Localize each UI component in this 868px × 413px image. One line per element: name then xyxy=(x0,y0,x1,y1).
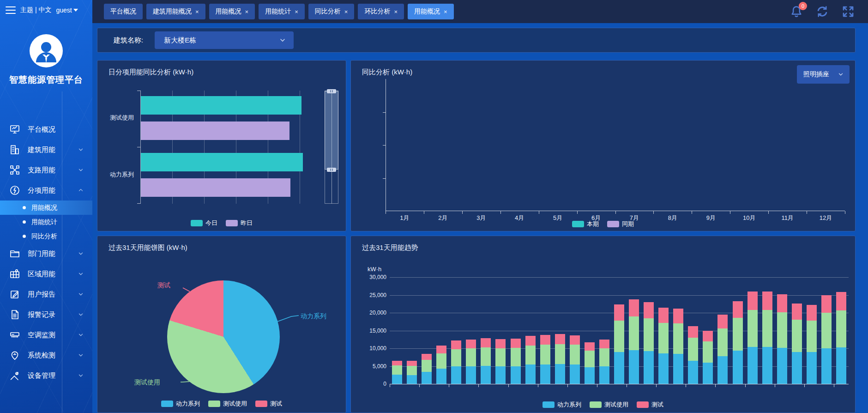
bar-segment-动力系列 xyxy=(658,353,669,384)
tab-环比分析[interactable]: 环比分析× xyxy=(358,4,404,19)
close-icon[interactable]: × xyxy=(444,8,447,15)
stacked-bar-6-12 xyxy=(392,361,402,384)
close-icon[interactable]: × xyxy=(195,8,199,15)
bar-segment-动力系列 xyxy=(451,366,461,384)
refresh-icon[interactable] xyxy=(815,5,829,18)
bar-segment-动力系列 xyxy=(436,369,446,384)
legend-label: 本期 xyxy=(587,220,599,228)
sidebar-item-label: 建筑用能 xyxy=(28,146,78,154)
tab-用能概况[interactable]: 用能概况× xyxy=(408,4,454,19)
panel-pie: 过去31天用能饼图 (kW·h) 测试动力系列测试使用 动力系列测试使用测试 xyxy=(97,236,346,413)
legend-item-测试使用[interactable]: 测试使用 xyxy=(208,400,247,408)
panel-title: 过去31天用能饼图 (kW·h) xyxy=(108,243,187,252)
user-menu[interactable]: guest xyxy=(56,6,78,14)
close-icon[interactable]: × xyxy=(245,8,249,15)
sidebar-item-空调监测[interactable]: 空调监测 xyxy=(0,325,92,345)
legend-item-测试[interactable]: 测试 xyxy=(255,400,282,408)
legend-swatch xyxy=(572,221,584,227)
stacked-bar-6-19 xyxy=(495,339,506,384)
sidebar-item-设备管理[interactable]: 设备管理 xyxy=(0,365,92,386)
pie-label-测试: 测试 xyxy=(157,281,170,290)
tab-用能概况[interactable]: 用能概况× xyxy=(209,4,255,19)
close-icon[interactable]: × xyxy=(295,8,298,15)
tools-icon xyxy=(9,370,20,381)
sidebar-item-用户报告[interactable]: 用户报告 xyxy=(0,284,92,304)
sidebar-item-区域用能[interactable]: 区域用能 xyxy=(0,264,92,284)
datazoom-slider[interactable] xyxy=(325,91,338,204)
bar-segment-动力系列 xyxy=(585,367,595,384)
bar-segment-测试 xyxy=(525,336,536,346)
caret-down-icon xyxy=(73,9,78,12)
legend-swatch xyxy=(590,401,602,408)
bar-segment-动力系列 xyxy=(599,366,609,384)
legend-swatch xyxy=(607,221,619,227)
legend-item-测试[interactable]: 测试 xyxy=(637,401,663,409)
sidebar-subitem-用能统计[interactable]: 用能统计 xyxy=(0,215,92,229)
close-icon[interactable]: × xyxy=(344,8,348,15)
stacked-bar-7-3 xyxy=(703,331,713,384)
sidebar-subitem-用能概况[interactable]: 用能概况 xyxy=(0,200,92,215)
datazoom-handle-top[interactable] xyxy=(327,89,336,93)
filter-bar: 建筑名称: 新大楼E栋 xyxy=(97,28,856,53)
legend-swatch xyxy=(542,401,555,408)
bar-segment-测试 xyxy=(495,339,506,348)
bar-segment-测试使用 xyxy=(481,347,491,365)
legend-label: 测试 xyxy=(651,401,663,409)
legend-swatch xyxy=(226,220,238,226)
bar-segment-测试使用 xyxy=(540,345,550,364)
sidebar-item-平台概况[interactable]: 平台概况 xyxy=(0,119,92,140)
legend-item-今日[interactable]: 今日 xyxy=(191,219,217,227)
datazoom-selected-range[interactable] xyxy=(325,91,338,170)
notification-bell-icon[interactable]: 0 xyxy=(790,5,803,18)
pie-chart xyxy=(167,280,280,393)
stacked-bar-6-15 xyxy=(436,346,446,384)
y-tick-label: 30,000 xyxy=(369,274,386,280)
bar-segment-动力系列 xyxy=(733,351,743,384)
panel-title: 日分项用能同比分析 (kW·h) xyxy=(108,68,193,77)
panel-trend: 过去31天用能趋势 kW·h 05,00010,00015,00020,0002… xyxy=(350,236,856,413)
legend-item-同期[interactable]: 同期 xyxy=(607,220,634,228)
stacked-bar-6-26 xyxy=(599,340,609,384)
sidebar-item-建筑用能[interactable]: 建筑用能 xyxy=(0,140,92,160)
bar-segment-测试 xyxy=(747,292,758,310)
sidebar-item-系统检测[interactable]: 系统检测 xyxy=(0,345,92,365)
legend-item-动力系列[interactable]: 动力系列 xyxy=(542,401,581,409)
sidebar-subitem-同比分析[interactable]: 同比分析 xyxy=(0,229,92,243)
legend-item-本期[interactable]: 本期 xyxy=(572,220,599,228)
bar-segment-动力系列 xyxy=(644,351,654,384)
legend-item-动力系列[interactable]: 动力系列 xyxy=(161,400,200,408)
tab-label: 用能统计 xyxy=(265,7,291,16)
tab-同比分析[interactable]: 同比分析× xyxy=(308,4,355,19)
bar-segment-测试使用 xyxy=(821,313,832,348)
bar-segment-测试使用 xyxy=(422,360,432,372)
y-tick-label: 10,000 xyxy=(369,345,386,352)
bar-segment-测试使用 xyxy=(673,323,683,353)
bar-segment-测试使用 xyxy=(717,328,728,356)
bar-segment-测试使用 xyxy=(688,338,698,361)
hamburger-menu-icon[interactable] xyxy=(5,5,17,15)
bar-segment-测试 xyxy=(585,342,595,351)
theme-language-switch[interactable]: 主题 | 中文 xyxy=(20,6,51,14)
bar-segment-测试使用 xyxy=(658,323,669,353)
sidebar-item-分项用能[interactable]: 分项用能 xyxy=(0,180,92,200)
building-select[interactable]: 新大楼E栋 xyxy=(155,31,294,49)
datazoom-handle-bottom[interactable] xyxy=(327,168,336,172)
bar-动力系列-今日 xyxy=(141,153,303,171)
legend-label: 动力系列 xyxy=(176,400,200,408)
tab-建筑用能概况[interactable]: 建筑用能概况× xyxy=(146,4,205,19)
notification-badge: 0 xyxy=(799,2,807,10)
tab-用能统计[interactable]: 用能统计× xyxy=(259,4,305,19)
sidebar-item-报警记录[interactable]: 报警记录 xyxy=(0,304,92,325)
legend: 动力系列测试使用测试 xyxy=(97,400,346,408)
close-icon[interactable]: × xyxy=(394,8,398,15)
tab-平台概况[interactable]: 平台概况 xyxy=(104,4,143,19)
sidebar-subitem-label: 用能统计 xyxy=(31,218,57,226)
legend-item-昨日[interactable]: 昨日 xyxy=(226,219,253,227)
app: 主题 | 中文 guest 智慧能源管理平台 平台概况建筑用能支路用能分项用能用… xyxy=(0,0,868,413)
sidebar-item-支路用能[interactable]: 支路用能 xyxy=(0,160,92,180)
stacked-bar-6-13 xyxy=(407,361,417,384)
legend-swatch xyxy=(255,401,267,407)
fullscreen-icon[interactable] xyxy=(841,5,855,18)
sidebar-item-部门用能[interactable]: 部门用能 xyxy=(0,243,92,264)
legend-item-测试使用[interactable]: 测试使用 xyxy=(590,401,628,409)
